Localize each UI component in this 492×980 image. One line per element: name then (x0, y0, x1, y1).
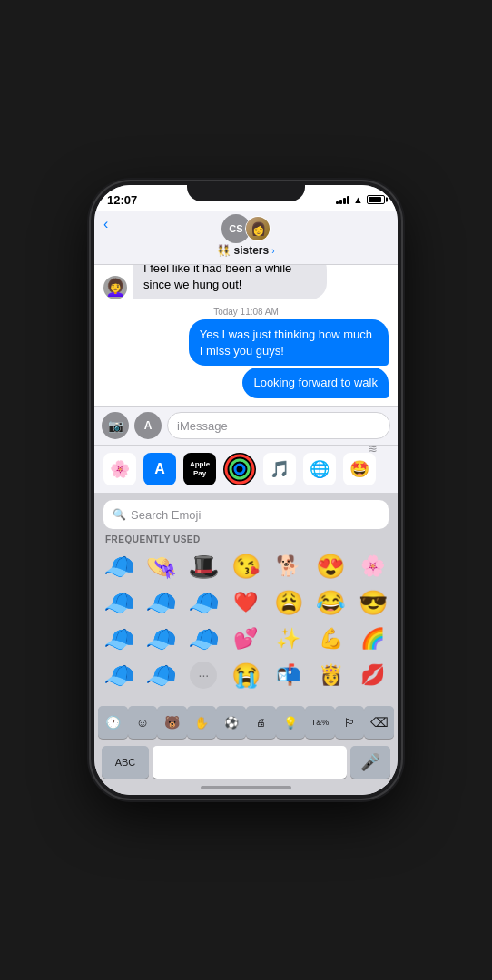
memoji-cell[interactable]: 🧢 (182, 584, 225, 621)
clock-key[interactable]: 🕐 (98, 706, 128, 739)
phone-notch (187, 181, 305, 201)
message-bubble: Yes I was just thinking how much I miss … (189, 319, 389, 366)
emoji-cell[interactable]: ✨ (267, 621, 310, 657)
abc-key[interactable]: ABC (102, 746, 149, 779)
object-key[interactable]: 🖨 (246, 706, 276, 739)
delete-key[interactable]: ⌫ (364, 706, 394, 739)
avatar-secondary: 👩 (245, 216, 271, 241)
appstore-app-button[interactable]: A (143, 453, 176, 485)
memoji-cell[interactable]: 👒 (141, 548, 183, 584)
memoji-cell[interactable]: 🧢 (182, 621, 225, 657)
audio-input-button[interactable]: ≋ (363, 439, 381, 457)
memoji-button[interactable]: 🤩 (343, 453, 376, 485)
header-group-name[interactable]: 👯 sisters › (217, 244, 274, 257)
emoji-cell[interactable]: 💪 (310, 621, 352, 657)
timestamp: Today 11:08 AM (94, 307, 398, 317)
phone-frame: 12:07 ▲ ‹ CS (91, 181, 401, 799)
memoji-cell[interactable]: 🧢 (98, 584, 141, 621)
avatar: 👩‍🦱 (103, 276, 127, 299)
svg-point-2 (235, 465, 244, 474)
space-key[interactable] (153, 746, 347, 779)
emoji-cell[interactable]: 😍 (310, 548, 352, 584)
more-memoji-button[interactable]: ··· (182, 657, 225, 693)
emoji-key[interactable]: ☺ (128, 706, 158, 739)
signal-icon (336, 196, 349, 204)
flag-key[interactable]: 🏳 (335, 706, 365, 739)
svg-point-1 (231, 460, 249, 478)
appstore-button[interactable]: A (134, 412, 162, 439)
outgoing-message-group: Yes I was just thinking how much I miss … (94, 319, 389, 398)
input-bar: 📷 A iMessage ≋ (94, 406, 398, 445)
battery-icon (367, 195, 385, 204)
message-input-wrapper: iMessage ≋ (167, 412, 390, 439)
activity-button[interactable] (223, 453, 256, 485)
emoji-keyboard: 🔍 Search Emoji FREQUENTLY USED 🧢 👒 🎩 😘 🐕… (94, 493, 398, 701)
header-avatars[interactable]: CS 👩 (221, 214, 271, 243)
emoji-cell[interactable]: 💕 (225, 621, 268, 657)
mic-key[interactable]: 🎤 (350, 746, 390, 779)
music-button[interactable]: 🎵 (263, 453, 296, 485)
emoji-cell[interactable]: 😘 (225, 548, 268, 584)
emoji-search[interactable]: 🔍 Search Emoji (103, 500, 389, 529)
emoji-cell[interactable]: ❤️ (225, 584, 268, 621)
memoji-cell[interactable]: 🧢 (98, 621, 141, 657)
section-label: FREQUENTLY USED (94, 534, 398, 548)
photos-app-button[interactable]: 🌸 (103, 453, 136, 485)
memoji-cell[interactable]: 🧢 (141, 621, 183, 657)
emoji-cell[interactable]: 💋 (351, 657, 394, 693)
emoji-cell[interactable]: 🐕 (267, 548, 310, 584)
camera-button[interactable]: 📷 (102, 412, 129, 439)
memoji-cell[interactable]: 🧢 (141, 657, 183, 693)
ball-key[interactable]: ⚽ (216, 706, 246, 739)
memoji-cell[interactable]: 🧢 (141, 584, 183, 621)
home-bar (94, 782, 398, 795)
emoji-cell[interactable]: 😭 (225, 657, 268, 693)
emoji-cell[interactable]: 😂 (310, 584, 352, 621)
browser-button[interactable]: 🌐 (303, 453, 336, 485)
keyboard-bottom-bar: 🕐 ☺ 🐻 ✋ ⚽ 🖨 💡 T&% 🏳 ⌫ (94, 701, 398, 742)
phone-screen: 12:07 ▲ ‹ CS (94, 185, 398, 795)
animal-key[interactable]: 🐻 (157, 706, 187, 739)
table-row: 👩‍🦱 I feel like it had been a while sinc… (103, 265, 389, 299)
hand-key[interactable]: ✋ (187, 706, 217, 739)
status-time: 12:07 (107, 193, 137, 207)
search-icon: 🔍 (113, 508, 126, 521)
header-chevron-icon: › (271, 246, 274, 256)
messages-area: Me too! 👩‍🦱 I feel like it had been a wh… (94, 265, 398, 406)
group-name-emoji: 👯 (217, 244, 231, 257)
emoji-cell[interactable]: 🌈 (351, 621, 394, 657)
bulb-key[interactable]: 💡 (276, 706, 306, 739)
memoji-cell[interactable]: 🎩 (182, 548, 225, 584)
message-bubble: Looking forward to walk (242, 368, 389, 398)
back-button[interactable]: ‹ (103, 216, 108, 232)
memoji-cell[interactable]: 🧢 (98, 657, 141, 693)
emoji-cell[interactable]: 🌸 (351, 548, 394, 584)
status-icons: ▲ (336, 194, 385, 205)
emoji-cell[interactable]: 😩 (267, 584, 310, 621)
emoji-cell[interactable]: 👸 (310, 657, 352, 693)
emoji-cell[interactable]: 😎 (351, 584, 394, 621)
message-input[interactable]: iMessage (167, 412, 390, 439)
message-bubble: I feel like it had been a while since we… (133, 265, 327, 299)
home-indicator (201, 786, 291, 789)
wifi-icon: ▲ (353, 194, 363, 205)
messages-header: ‹ CS 👩 👯 sisters › (94, 211, 398, 265)
memoji-cell[interactable]: 🧢 (98, 548, 141, 584)
symbol-key[interactable]: T&% (305, 706, 335, 739)
app-drawer: 🌸 A ApplePay 🎵 🌐 🤩 (94, 445, 398, 493)
emoji-cell[interactable]: 📬 (267, 657, 310, 693)
applepay-button[interactable]: ApplePay (183, 453, 216, 485)
